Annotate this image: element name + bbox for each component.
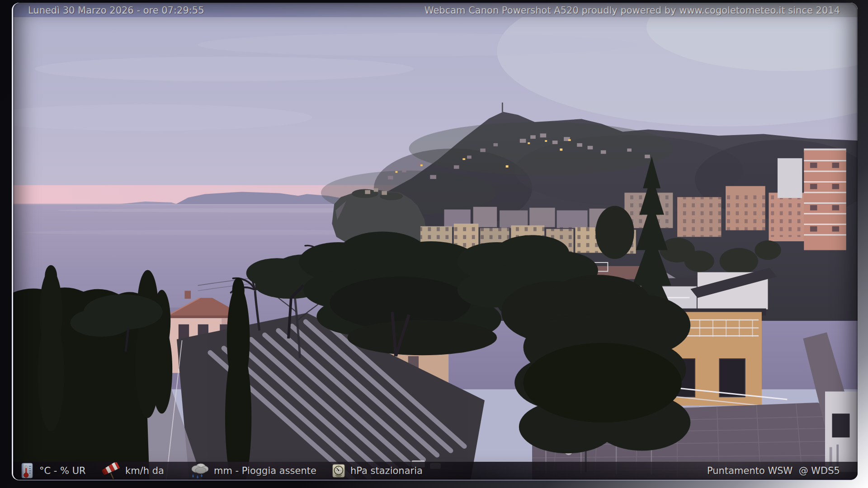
thermometer-icon [20,463,34,479]
pressure-label: hPa stazionaria [350,465,423,476]
webcam-photo: Lunedì 30 Marzo 2026 - ore 07:29:55 Webc… [12,3,858,480]
temperature-group: °C - % UR [20,462,86,480]
wind-group: km/h da [101,462,164,480]
photo-frame: Lunedì 30 Marzo 2026 - ore 07:29:55 Webc… [0,0,868,488]
coastal-scene [13,3,858,480]
camera-pointing-label: Puntamento WSW @ WDS5 [707,465,840,476]
rain-label: mm - Pioggia assente [214,465,316,476]
rain-group: mm - Pioggia assente [189,462,316,480]
rain-cloud-icon [189,462,208,480]
pressure-group: hPa stazionaria [332,462,423,480]
windsock-icon [101,462,120,479]
barometer-icon [332,464,345,478]
summit-antenna [502,103,503,113]
webcam-credit-text: Webcam Canon Powershot A520 proudly powe… [425,5,840,16]
giant-pine-right [501,275,690,453]
bottom-overlay-bar: °C - % UR km/h da [13,462,858,480]
top-overlay-bar: Lunedì 30 Marzo 2026 - ore 07:29:55 Webc… [13,4,858,17]
datetime-text: Lunedì 30 Marzo 2026 - ore 07:29:55 [28,5,204,16]
temperature-label: °C - % UR [39,465,86,476]
wind-label: km/h da [125,465,164,476]
